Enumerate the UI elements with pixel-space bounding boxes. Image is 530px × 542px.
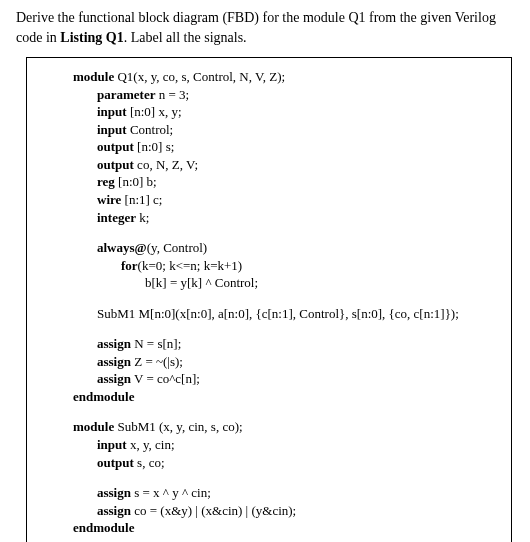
code-text: Control; bbox=[127, 122, 174, 137]
code-text: Q1(x, y, co, s, Control, N, V, Z); bbox=[114, 69, 285, 84]
keyword: output bbox=[97, 455, 134, 470]
code-line: output co, N, Z, V; bbox=[41, 156, 497, 174]
code-text: (y, Control) bbox=[147, 240, 208, 255]
code-text: x, y, cin; bbox=[127, 437, 175, 452]
code-listing: module Q1(x, y, co, s, Control, N, V, Z)… bbox=[26, 57, 512, 542]
code-line: always@(y, Control) bbox=[41, 239, 497, 257]
code-line: endmodule bbox=[41, 388, 497, 406]
code-text: [n:0] x, y; bbox=[127, 104, 182, 119]
code-line: input Control; bbox=[41, 121, 497, 139]
blank-line bbox=[41, 292, 497, 305]
code-line: endmodule bbox=[41, 519, 497, 537]
keyword: input bbox=[97, 104, 127, 119]
code-line: b[k] = y[k] ^ Control; bbox=[41, 274, 497, 292]
code-line: SubM1 M[n:0](x[n:0], a[n:0], {c[n:1], Co… bbox=[41, 305, 497, 323]
keyword: assign bbox=[97, 371, 131, 386]
code-text: V = co^c[n]; bbox=[131, 371, 200, 386]
instruction-part2: . Label all the signals. bbox=[124, 30, 247, 45]
code-text: b[k] = y[k] ^ Control; bbox=[145, 275, 258, 290]
code-text: co = (x&y) | (x&cin) | (y&cin); bbox=[131, 503, 296, 518]
code-line: input [n:0] x, y; bbox=[41, 103, 497, 121]
code-text: n = 3; bbox=[155, 87, 189, 102]
keyword: output bbox=[97, 157, 134, 172]
keyword: module bbox=[73, 69, 114, 84]
code-text: [n:0] s; bbox=[134, 139, 174, 154]
code-line: wire [n:1] c; bbox=[41, 191, 497, 209]
code-text: SubM1 (x, y, cin, s, co); bbox=[114, 419, 242, 434]
keyword: assign bbox=[97, 485, 131, 500]
code-text: [n:0] b; bbox=[115, 174, 157, 189]
keyword: endmodule bbox=[73, 520, 134, 535]
code-text: s = x ^ y ^ cin; bbox=[131, 485, 211, 500]
code-line: assign V = co^c[n]; bbox=[41, 370, 497, 388]
blank-line bbox=[41, 322, 497, 335]
instruction-text: Derive the functional block diagram (FBD… bbox=[16, 8, 514, 47]
keyword: integer bbox=[97, 210, 136, 225]
blank-line bbox=[41, 471, 497, 484]
code-text: co, N, Z, V; bbox=[134, 157, 198, 172]
code-text: [n:1] c; bbox=[121, 192, 162, 207]
code-line: parameter n = 3; bbox=[41, 86, 497, 104]
code-text: SubM1 M[n:0](x[n:0], a[n:0], {c[n:1], Co… bbox=[97, 306, 459, 321]
keyword: endmodule bbox=[73, 389, 134, 404]
code-line: for(k=0; k<=n; k=k+1) bbox=[41, 257, 497, 275]
code-line: assign s = x ^ y ^ cin; bbox=[41, 484, 497, 502]
keyword: assign bbox=[97, 503, 131, 518]
code-line: assign Z = ~(|s); bbox=[41, 353, 497, 371]
code-line: module Q1(x, y, co, s, Control, N, V, Z)… bbox=[41, 68, 497, 86]
keyword: assign bbox=[97, 336, 131, 351]
keyword: for bbox=[121, 258, 138, 273]
keyword: assign bbox=[97, 354, 131, 369]
code-line: input x, y, cin; bbox=[41, 436, 497, 454]
instruction-bold: Listing Q1 bbox=[60, 30, 123, 45]
keyword: parameter bbox=[97, 87, 155, 102]
code-line: integer k; bbox=[41, 209, 497, 227]
blank-line bbox=[41, 226, 497, 239]
code-line: reg [n:0] b; bbox=[41, 173, 497, 191]
blank-line bbox=[41, 405, 497, 418]
keyword: input bbox=[97, 122, 127, 137]
code-text: (k=0; k<=n; k=k+1) bbox=[138, 258, 243, 273]
keyword: always@ bbox=[97, 240, 147, 255]
code-text: s, co; bbox=[134, 455, 165, 470]
code-text: k; bbox=[136, 210, 149, 225]
code-line: assign N = s[n]; bbox=[41, 335, 497, 353]
code-line: output s, co; bbox=[41, 454, 497, 472]
code-text: Z = ~(|s); bbox=[131, 354, 183, 369]
code-line: module SubM1 (x, y, cin, s, co); bbox=[41, 418, 497, 436]
keyword: input bbox=[97, 437, 127, 452]
code-line: assign co = (x&y) | (x&cin) | (y&cin); bbox=[41, 502, 497, 520]
keyword: output bbox=[97, 139, 134, 154]
keyword: wire bbox=[97, 192, 121, 207]
code-text: N = s[n]; bbox=[131, 336, 181, 351]
keyword: reg bbox=[97, 174, 115, 189]
code-line: output [n:0] s; bbox=[41, 138, 497, 156]
keyword: module bbox=[73, 419, 114, 434]
